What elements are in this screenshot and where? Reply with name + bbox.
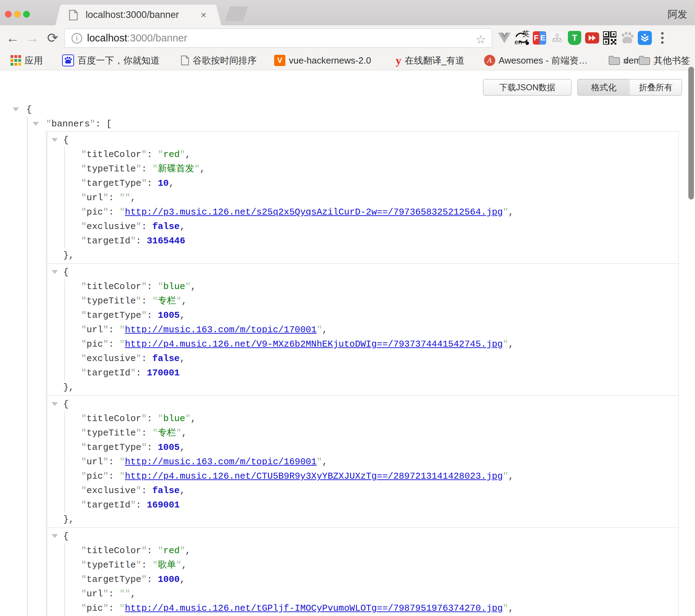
extensions-row: 英enFET [496, 30, 671, 46]
json-property-titleColor: "titleColor": "red", [65, 544, 679, 558]
collapse-all-button[interactable]: 折叠所有 [630, 79, 682, 96]
vue-devtools-icon[interactable] [496, 30, 513, 46]
video-speed-icon[interactable] [583, 30, 601, 46]
bookmark-label: 应用 [25, 54, 43, 67]
json-property-typeTitle: "typeTitle": "专栏", [65, 294, 679, 308]
close-window-button[interactable] [5, 11, 12, 18]
json-link[interactable]: http://p4.music.126.net/V9-MXz6b2MNhEKju… [125, 339, 503, 349]
bookmark-item-3[interactable]: 谷歌按时间排序 [181, 54, 257, 67]
bookmark-item-5[interactable]: y在线翻译_有道 [396, 54, 464, 67]
json-banner-object-2: {"titleColor": "blue","typeTitle": "专栏",… [47, 263, 679, 396]
baidu-paw-icon [62, 54, 74, 66]
collapse-triangle-icon[interactable] [52, 270, 58, 274]
bookmark-star-icon[interactable]: ☆ [476, 32, 486, 46]
youdao-icon: y [396, 55, 401, 66]
tampermonkey-icon[interactable]: T [566, 30, 583, 46]
json-object-close: }, [47, 512, 679, 527]
json-banner-object-1: {"titleColor": "red","typeTitle": "新碟首发"… [47, 131, 679, 264]
collapse-triangle-icon[interactable] [13, 107, 19, 111]
bookmark-item-4[interactable]: Vvue-hackernews-2.0 [274, 55, 371, 66]
profile-name[interactable]: 阿发 [668, 8, 687, 21]
json-property-targetType: "targetType": 1000, [65, 572, 679, 587]
bookmarks-list: 应用百度一下，你就知道谷歌按时间排序Vvue-hackernews-2.0y在线… [0, 54, 646, 67]
json-property-url: "url": "http://music.163.com/m/topic/170… [65, 323, 679, 337]
json-property-url: "url": "", [65, 587, 679, 601]
apps-grid-icon [11, 55, 21, 66]
json-property-url: "url": "", [65, 191, 679, 205]
json-property-typeTitle: "typeTitle": "专栏", [65, 426, 679, 440]
forward-icon: → [25, 30, 40, 46]
collapse-triangle-icon[interactable] [52, 534, 58, 538]
json-link[interactable]: http://music.163.com/m/topic/170001 [125, 325, 317, 335]
sitemap-icon[interactable] [548, 30, 566, 46]
bookmark-label: Awesomes - 前端资… [499, 54, 588, 67]
zoom-window-button[interactable] [23, 11, 30, 18]
bookmarks-bar: 应用百度一下，你就知道谷歌按时间排序Vvue-hackernews-2.0y在线… [0, 51, 695, 70]
qrcode-icon[interactable] [601, 30, 618, 46]
browser-menu-icon[interactable] [654, 30, 671, 46]
json-property-pic: "pic": "http://p4.music.126.net/tGPljf-I… [65, 601, 679, 616]
collapse-triangle-icon[interactable] [52, 138, 58, 142]
json-property-targetType: "targetType": 10, [65, 176, 679, 191]
json-link[interactable]: http://p4.music.126.net/tGPljf-IMOCyPvum… [125, 603, 503, 614]
download-json-button[interactable]: 下载JSON数据 [483, 79, 571, 96]
page-content: 下载JSON数据 格式化 折叠所有 {"banners": [{"titleCo… [0, 70, 695, 616]
folder-icon [639, 56, 650, 65]
json-link[interactable]: http://music.163.com/m/topic/169001 [125, 457, 317, 467]
json-property-titleColor: "titleColor": "blue", [65, 412, 679, 426]
json-object-open: { [47, 133, 679, 148]
bookmark-item-2[interactable]: 百度一下，你就知道 [62, 54, 160, 67]
bookmark-label: vue-hackernews-2.0 [289, 55, 371, 66]
json-property-exclusive: "exclusive": false, [65, 352, 679, 366]
json-property-titleColor: "titleColor": "blue", [65, 280, 679, 294]
awesomes-icon: A [484, 55, 495, 66]
page-icon [181, 55, 189, 66]
json-banners-line: "banners": [ [28, 117, 695, 131]
window-titlebar: localhost:3000/banner × 阿发 [0, 0, 695, 25]
folder-icon [609, 56, 620, 65]
url-host: localhost [87, 32, 127, 44]
tab-title: localhost:3000/banner [86, 9, 179, 20]
json-property-targetType: "targetType": 1005, [65, 440, 679, 455]
other-bookmarks-label: 其他书签 [654, 54, 690, 67]
json-object-open: { [47, 265, 679, 280]
collapse-triangle-icon[interactable] [33, 122, 39, 126]
json-property-targetId: "targetId": 170001 [65, 366, 679, 380]
translate-icon[interactable]: 英en [513, 30, 531, 46]
browser-toolbar: ← → ⟳ i localhost:3000/banner ☆ 英enFET [0, 25, 695, 51]
fe-icon[interactable]: FE [531, 30, 548, 46]
other-bookmarks-folder[interactable]: 其他书签 [639, 54, 690, 67]
bookmarks-overflow-icon[interactable]: » [623, 55, 628, 66]
address-bar[interactable]: i localhost:3000/banner ☆ [64, 28, 492, 48]
bookmark-item-1[interactable]: 应用 [11, 54, 43, 67]
json-link[interactable]: http://p4.music.126.net/CTU5B9R9y3XyYBZX… [125, 471, 503, 481]
json-banner-object-4: {"titleColor": "red","typeTitle": "歌单","… [47, 527, 679, 616]
new-tab-button[interactable] [225, 6, 248, 21]
json-object-close: }, [47, 248, 679, 263]
paw-icon[interactable] [618, 30, 636, 46]
json-object-open: { [47, 397, 679, 412]
bookmark-label: 百度一下，你就知道 [78, 54, 160, 67]
json-property-pic: "pic": "http://p4.music.126.net/V9-MXz6b… [65, 337, 679, 352]
format-button[interactable]: 格式化 [577, 79, 630, 96]
bookmark-label: 谷歌按时间排序 [193, 54, 257, 67]
json-property-targetId: "targetId": 169001 [65, 498, 679, 512]
json-banner-object-3: {"titleColor": "blue","typeTitle": "专栏",… [47, 395, 679, 528]
url-text[interactable]: localhost:3000/banner [87, 32, 187, 44]
reload-icon[interactable]: ⟳ [45, 30, 60, 46]
back-icon[interactable]: ← [5, 30, 20, 46]
json-property-exclusive: "exclusive": false, [65, 219, 679, 234]
downloader-icon[interactable] [636, 30, 654, 46]
json-property-url: "url": "http://music.163.com/m/topic/169… [65, 455, 679, 469]
page-info-icon[interactable]: i [72, 33, 82, 44]
bookmark-item-6[interactable]: AAwesomes - 前端资… [484, 54, 588, 67]
minimize-window-button[interactable] [14, 11, 21, 18]
json-root-line: { [0, 103, 695, 117]
collapse-triangle-icon[interactable] [52, 402, 58, 406]
browser-tab[interactable]: localhost:3000/banner × [62, 5, 214, 25]
json-link[interactable]: http://p3.music.126.net/s25q2x5QyqsAzilC… [125, 207, 503, 217]
tab-close-icon[interactable]: × [201, 10, 206, 20]
scrollbar-thumb[interactable] [688, 67, 694, 199]
bookmark-label: 在线翻译_有道 [405, 54, 464, 67]
json-property-typeTitle: "typeTitle": "新碟首发", [65, 162, 679, 176]
